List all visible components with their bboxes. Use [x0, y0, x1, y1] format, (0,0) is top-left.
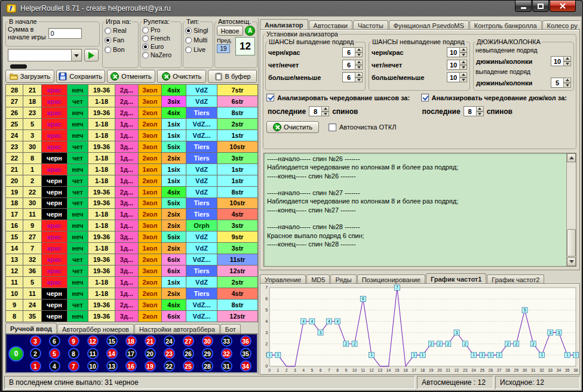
- number-button-36[interactable]: 36: [240, 335, 251, 347]
- number-button-10[interactable]: 10: [87, 360, 99, 372]
- autoclean-checkbox[interactable]: [329, 124, 336, 131]
- minimize-button[interactable]: [515, 1, 532, 12]
- maximize-button[interactable]: [532, 1, 549, 12]
- tab-Управление[interactable]: Управление: [260, 274, 306, 284]
- radio-nazero[interactable]: NaZero: [142, 51, 179, 59]
- spinner-down-icon[interactable]: [459, 78, 467, 83]
- combobox-dropdown-icon[interactable]: [71, 50, 81, 61]
- radio-pro[interactable]: Pro: [142, 26, 179, 34]
- number-button-15[interactable]: 15: [106, 335, 118, 347]
- alt-chances-checkbox[interactable]: [266, 94, 274, 101]
- number-button-12[interactable]: 12: [87, 335, 99, 347]
- scroll-thumb[interactable]: [567, 229, 576, 257]
- number-button-zero[interactable]: 0: [8, 346, 24, 362]
- play-button[interactable]: [84, 49, 99, 61]
- spinner-input[interactable]: [309, 106, 321, 116]
- spinner-up-icon[interactable]: [459, 47, 467, 53]
- spinner-up-icon[interactable]: [355, 60, 363, 65]
- number-button-1[interactable]: 1: [30, 360, 41, 372]
- new-button[interactable]: Новое: [217, 26, 243, 36]
- number-button-21[interactable]: 21: [145, 335, 156, 347]
- radio-bon[interactable]: Bon: [105, 45, 136, 54]
- spinner-down-icon[interactable]: [355, 78, 363, 83]
- number-button-9[interactable]: 9: [68, 335, 79, 347]
- radio-real[interactable]: Real: [105, 26, 136, 35]
- number-button-34[interactable]: 34: [240, 360, 251, 372]
- spinner-input[interactable]: [551, 56, 563, 66]
- scroll-down-icon[interactable]: [567, 257, 576, 266]
- number-button-28[interactable]: 28: [202, 360, 213, 372]
- spinner-input[interactable]: [342, 47, 355, 57]
- tab-Автограббер номеров[interactable]: Автограббер номеров: [57, 324, 134, 334]
- spinner-down-icon[interactable]: [476, 112, 484, 117]
- number-button-14[interactable]: 14: [106, 348, 118, 359]
- spinner-down-icon[interactable]: [355, 65, 363, 70]
- spinner-input[interactable]: [447, 47, 459, 57]
- number-button-18[interactable]: 18: [125, 335, 137, 347]
- spinner-input[interactable]: [447, 72, 459, 82]
- number-button-24[interactable]: 24: [164, 335, 175, 347]
- tab-Автоставки[interactable]: Автоставки: [309, 20, 352, 30]
- tab-График частот1[interactable]: График частот1: [426, 273, 486, 284]
- alt-dozens-checkbox[interactable]: [421, 94, 429, 101]
- number-button-7[interactable]: 7: [68, 360, 79, 372]
- number-button-30[interactable]: 30: [202, 335, 213, 347]
- number-button-20[interactable]: 20: [145, 348, 156, 359]
- save-button[interactable]: Сохранить: [56, 70, 105, 83]
- number-button-11[interactable]: 11: [87, 348, 99, 359]
- number-button-6[interactable]: 6: [49, 335, 60, 347]
- radio-multi[interactable]: Multi: [185, 35, 211, 45]
- number-button-22[interactable]: 22: [164, 360, 175, 372]
- number-button-13[interactable]: 13: [106, 360, 118, 372]
- tab-Ряды[interactable]: Ряды: [330, 274, 356, 284]
- spinner-input[interactable]: [342, 72, 355, 82]
- spinner-input[interactable]: [551, 78, 563, 88]
- spinner-down-icon[interactable]: [355, 53, 363, 58]
- number-button-25[interactable]: 25: [183, 360, 194, 372]
- tab-MD5[interactable]: MD5: [306, 274, 330, 284]
- radio-singl[interactable]: Singl: [185, 26, 211, 35]
- copy-buffer-button[interactable]: В буфер: [208, 70, 257, 83]
- spinner-input[interactable]: [447, 60, 459, 70]
- spinner-up-icon[interactable]: [321, 106, 329, 112]
- radio-euro[interactable]: Euro: [142, 42, 179, 51]
- tab-Позиционирование[interactable]: Позиционирование: [357, 274, 425, 284]
- spinner-up-icon[interactable]: [563, 78, 571, 83]
- clear-button[interactable]: Очистить: [157, 70, 206, 83]
- tab-Ручной ввод[interactable]: Ручной ввод: [5, 323, 57, 334]
- spinner-down-icon[interactable]: [563, 83, 571, 88]
- spinner-up-icon[interactable]: [459, 72, 467, 78]
- undo-button[interactable]: Отменить: [107, 70, 156, 83]
- spins-table[interactable]: 2821краснеч19-362д...3кол4sixVdZ7str2718…: [5, 84, 258, 322]
- spinner-input[interactable]: [464, 106, 476, 116]
- collapse-handle[interactable]: [10, 64, 27, 69]
- history-combobox[interactable]: [8, 49, 82, 61]
- radio-live[interactable]: Live: [185, 45, 211, 54]
- tab-Анализатор[interactable]: Анализатор: [260, 19, 308, 30]
- load-button[interactable]: Загрузить: [5, 70, 54, 83]
- number-button-32[interactable]: 32: [221, 348, 232, 359]
- log-scrollbar[interactable]: [566, 153, 576, 266]
- number-button-26[interactable]: 26: [183, 348, 194, 359]
- analyzer-log[interactable]: -----начало----- спин №26 ------- Наблюд…: [263, 153, 576, 267]
- number-button-27[interactable]: 27: [183, 335, 194, 347]
- radio-fan[interactable]: Fan: [105, 35, 136, 45]
- number-button-8[interactable]: 8: [68, 348, 79, 359]
- tab-График частот2[interactable]: График частот2: [487, 274, 544, 284]
- number-button-33[interactable]: 33: [221, 335, 232, 347]
- spinner-down-icon[interactable]: [321, 112, 329, 117]
- spinner-up-icon[interactable]: [355, 47, 363, 53]
- spinner-up-icon[interactable]: [355, 72, 363, 78]
- tab-Колесо ру[interactable]: Колесо ру: [542, 20, 580, 30]
- titlebar[interactable]: HelperRoullet 8.71 - create helperroulle…: [2, 1, 581, 16]
- number-button-2[interactable]: 2: [30, 348, 41, 359]
- tab-Контроль банкролла[interactable]: Контроль банкролла: [470, 20, 542, 30]
- tab-Настройки автограббера[interactable]: Настройки автограббера: [134, 324, 220, 334]
- spinner-down-icon[interactable]: [459, 65, 467, 70]
- number-button-35[interactable]: 35: [240, 348, 251, 359]
- spinner-down-icon[interactable]: [563, 61, 571, 67]
- number-button-3[interactable]: 3: [30, 335, 41, 347]
- number-button-17[interactable]: 17: [125, 348, 137, 359]
- spinner-up-icon[interactable]: [563, 56, 571, 61]
- scroll-up-icon[interactable]: [567, 153, 576, 162]
